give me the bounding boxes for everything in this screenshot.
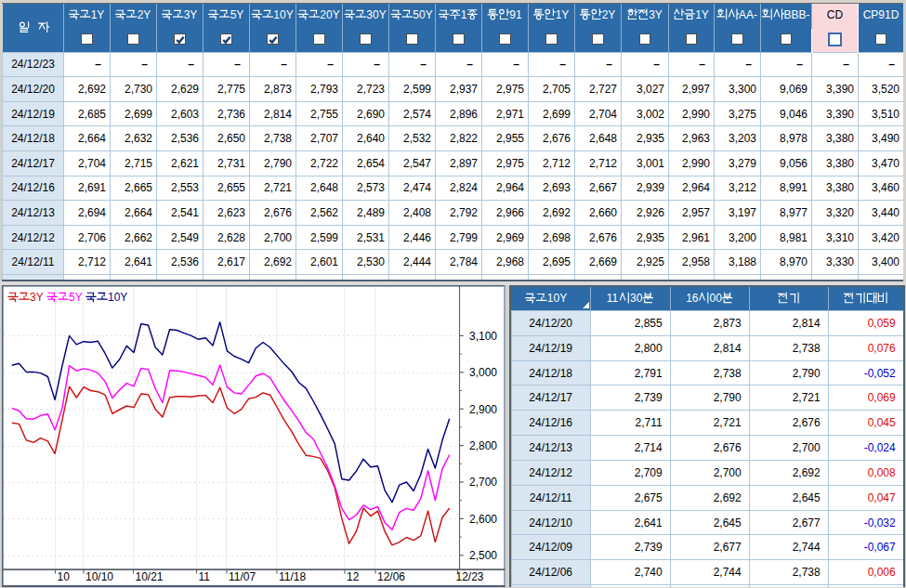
svg-text:2,600: 2,600 bbox=[469, 513, 497, 526]
svg-text:12/06: 12/06 bbox=[377, 570, 405, 583]
svg-text:10/21: 10/21 bbox=[136, 570, 164, 583]
svg-text:10/10: 10/10 bbox=[85, 570, 113, 583]
svg-text:2,700: 2,700 bbox=[469, 476, 497, 489]
svg-text:10: 10 bbox=[58, 570, 71, 583]
svg-text:2,500: 2,500 bbox=[469, 549, 497, 562]
svg-text:3,000: 3,000 bbox=[469, 366, 497, 379]
svg-text:3,100: 3,100 bbox=[469, 330, 497, 343]
svg-text:12/23: 12/23 bbox=[455, 570, 483, 583]
svg-text:11/18: 11/18 bbox=[279, 570, 306, 583]
svg-text:2,800: 2,800 bbox=[469, 439, 497, 452]
svg-text:12: 12 bbox=[347, 570, 360, 583]
svg-text:11/07: 11/07 bbox=[229, 570, 256, 583]
svg-text:2,900: 2,900 bbox=[469, 403, 497, 416]
svg-text:11: 11 bbox=[199, 570, 211, 583]
